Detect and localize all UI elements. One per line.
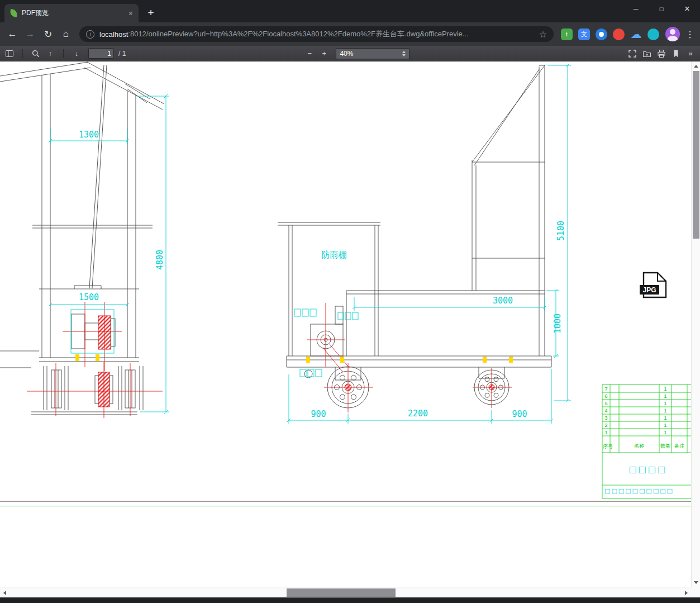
vertical-scrollbar[interactable] — [691, 61, 700, 587]
sidebar-icon — [5, 49, 14, 58]
open-file-button[interactable] — [640, 48, 654, 60]
row-no: 1 — [604, 430, 607, 435]
header-qty: 数量 — [660, 443, 670, 449]
scroll-left-arrow[interactable] — [0, 587, 9, 598]
favicon-leaf-icon — [9, 9, 18, 17]
page-number-input[interactable] — [88, 48, 114, 59]
forward-button[interactable]: → — [22, 26, 38, 42]
url-host: localhost — [99, 30, 128, 39]
header-name: 名称 — [634, 443, 644, 449]
extension-icon-cloud[interactable]: ☁ — [630, 29, 642, 40]
extension-icon-translate[interactable]: 文 — [578, 29, 590, 40]
dim-4800: 4800 — [155, 250, 165, 270]
browser-menu-icon[interactable]: ⋮ — [683, 26, 697, 42]
cad-drawing: 1300 4800 1500 — [0, 61, 691, 587]
weld-mark — [75, 354, 79, 361]
extension-icon-4[interactable] — [647, 29, 659, 40]
window-controls: ─ □ × — [623, 0, 700, 18]
tab-title: PDF预览 — [22, 8, 125, 18]
fullscreen-icon — [628, 49, 637, 58]
row-qty: 1 — [664, 408, 666, 414]
open-file-icon — [642, 49, 651, 58]
toolbar-divider — [22, 49, 23, 58]
previous-page-button[interactable]: ↑ — [43, 48, 58, 60]
tab-strip: PDF预览 × + ─ □ × — [0, 0, 700, 22]
row-qty: 1 — [664, 430, 666, 435]
dim-2200: 2200 — [408, 409, 428, 419]
print-button[interactable] — [654, 48, 669, 60]
dim-3000: 3000 — [493, 296, 513, 306]
bookmark-star-icon[interactable]: ☆ — [539, 29, 547, 40]
dim-1300: 1300 — [79, 130, 99, 140]
zoom-in-button[interactable]: + — [317, 48, 331, 60]
row-no: 7 — [604, 386, 607, 392]
close-button[interactable]: × — [674, 0, 700, 18]
minimize-button[interactable]: ─ — [623, 0, 649, 18]
print-icon — [657, 49, 666, 58]
front-view — [0, 62, 164, 415]
row-no: 3 — [604, 415, 607, 421]
home-button[interactable]: ⌂ — [58, 26, 74, 42]
title-block-title: □□□□ — [629, 464, 668, 474]
row-qty: 1 — [664, 415, 666, 421]
pdf-toolbar: ↑ ↓ / 1 − + 40% » — [0, 46, 700, 61]
address-bar[interactable]: i localhost :8012/onlinePreview?url=http… — [79, 26, 554, 42]
tab-close-icon[interactable]: × — [128, 9, 133, 18]
weld-mark — [340, 357, 344, 363]
weld-mark — [306, 357, 310, 363]
row-qty: 1 — [664, 422, 666, 428]
row-qty: 1 — [664, 401, 666, 406]
horizontal-scrollbar[interactable] — [0, 587, 691, 597]
next-page-button[interactable]: ↓ — [69, 48, 84, 60]
browser-tab[interactable]: PDF预览 × — [4, 4, 139, 22]
reload-button[interactable]: ↻ — [40, 26, 56, 42]
horizontal-scroll-thumb[interactable] — [287, 588, 396, 597]
sidebar-toggle-button[interactable] — [2, 48, 17, 60]
jpg-file-icon: JPG — [640, 273, 666, 297]
title-block: 7 6 5 4 3 2 1 1 1 1 1 1 1 1 序号 名称 数量 备注 … — [602, 384, 691, 498]
extension-icon-2[interactable] — [596, 29, 607, 40]
row-no: 6 — [604, 393, 607, 399]
search-button[interactable] — [28, 48, 43, 60]
back-button[interactable]: ← — [4, 26, 20, 42]
extension-icon-3[interactable] — [613, 29, 625, 40]
scrollbar-corner — [691, 587, 700, 597]
side-view — [278, 65, 551, 380]
zoom-value: 40% — [340, 50, 399, 58]
row-no: 2 — [604, 422, 607, 428]
row-qty: 1 — [664, 386, 666, 392]
page-count-label: / 1 — [118, 50, 126, 58]
profile-avatar[interactable] — [665, 27, 680, 41]
dim-5100: 5100 — [556, 221, 566, 241]
window-bottom-edge — [0, 597, 700, 603]
extension-icon-1[interactable]: t — [561, 29, 573, 40]
maximize-button[interactable]: □ — [649, 0, 674, 18]
bookmark-button[interactable] — [669, 48, 683, 60]
side-view-dimensions — [287, 64, 571, 424]
scroll-up-arrow[interactable] — [692, 61, 700, 70]
zoom-select[interactable]: 40% — [336, 48, 409, 59]
scroll-right-arrow[interactable] — [682, 587, 691, 598]
title-block-footer: □□□□□□□□□□ — [604, 487, 674, 495]
url-path: :8012/onlinePreview?url=http%3A%2F%2Floc… — [128, 29, 534, 39]
label-canopy: 防雨棚 — [322, 250, 347, 260]
row-qty: 1 — [664, 393, 666, 399]
browser-toolbar: ← → ↻ ⌂ i localhost :8012/onlinePreview?… — [0, 22, 700, 46]
page-info-icon[interactable]: i — [86, 30, 94, 39]
weld-mark — [483, 357, 487, 363]
vertical-scroll-thumb[interactable] — [693, 71, 699, 239]
dim-1500: 1500 — [79, 292, 99, 302]
weld-mark — [96, 354, 99, 361]
row-no: 4 — [604, 408, 607, 414]
zoom-spinner-icon — [402, 51, 406, 56]
presentation-mode-button[interactable] — [625, 48, 640, 60]
scroll-down-arrow[interactable] — [692, 578, 700, 587]
front-view-dimensions — [49, 94, 169, 414]
bookmark-icon — [672, 49, 680, 58]
zoom-out-button[interactable]: − — [302, 48, 317, 60]
new-tab-button[interactable]: + — [143, 6, 159, 21]
dim-900-left: 900 — [311, 409, 326, 419]
pdf-page-canvas[interactable]: 1300 4800 1500 — [0, 61, 691, 587]
header-no: 序号 — [603, 444, 613, 449]
more-tools-button[interactable]: » — [683, 48, 698, 60]
